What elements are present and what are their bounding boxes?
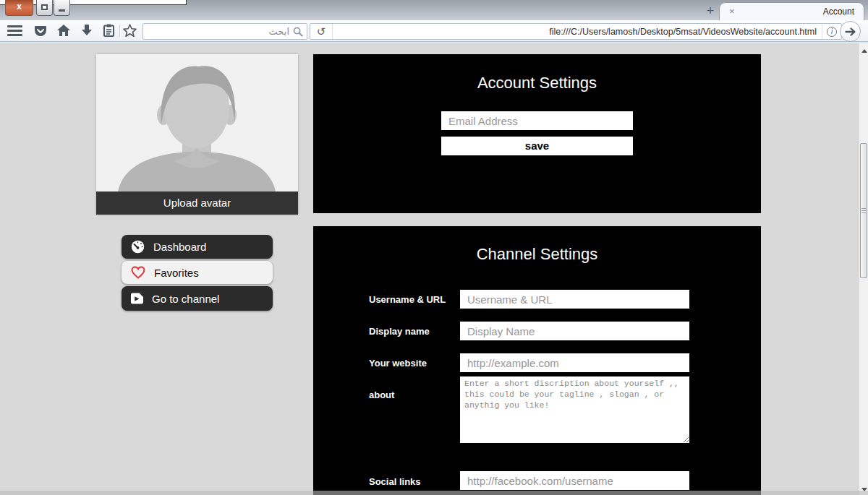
- sidebar-button-favorites[interactable]: Favorites: [122, 261, 273, 284]
- website-label: Your website: [369, 358, 427, 369]
- minimize-icon: [59, 9, 65, 12]
- sidebar-button-label: Dashboard: [153, 241, 206, 253]
- tab-account[interactable]: × Account: [719, 2, 864, 20]
- back-button[interactable]: [840, 21, 861, 42]
- screen-bottom-edge: [0, 491, 868, 495]
- home-icon[interactable]: [57, 25, 70, 36]
- new-tab-button[interactable]: +: [703, 4, 718, 18]
- vertical-scrollbar[interactable]: [859, 43, 868, 495]
- channel-settings-panel: Channel Settings Username & URL Display …: [313, 226, 761, 495]
- display-name-label: Display name: [369, 326, 430, 337]
- search-input[interactable]: [143, 24, 307, 39]
- account-settings-panel: Account Settings save: [313, 54, 761, 213]
- heart-icon: [131, 266, 145, 279]
- save-button[interactable]: save: [441, 137, 633, 155]
- sidebar-button-go-to-channel[interactable]: Go to channel: [122, 286, 273, 311]
- username-url-label: Username & URL: [369, 294, 446, 305]
- reload-icon[interactable]: ↺: [310, 24, 333, 39]
- toolbar-bottom-highlight: [0, 42, 868, 43]
- page-info-button[interactable]: i: [822, 24, 841, 39]
- avatar-card: Upload avatar: [96, 54, 298, 215]
- clipboard-icon[interactable]: [103, 24, 114, 37]
- tab-close-icon[interactable]: ×: [729, 6, 735, 17]
- search-icon[interactable]: [293, 27, 303, 37]
- pocket-icon[interactable]: [34, 25, 47, 38]
- info-icon: i: [827, 27, 837, 37]
- url-bar[interactable]: ↺ i: [310, 23, 842, 40]
- sidebar-button-label: Favorites: [154, 267, 199, 279]
- window-maximize-button[interactable]: [36, 0, 53, 16]
- about-textarea[interactable]: Enter a short discription about yourself…: [460, 376, 689, 443]
- search-box[interactable]: [142, 23, 307, 40]
- scrollbar-thumb[interactable]: [860, 143, 867, 278]
- url-input[interactable]: [333, 24, 822, 39]
- arrow-right-icon: [845, 27, 856, 36]
- email-address-input[interactable]: [441, 111, 633, 130]
- social-links-label: Social links: [369, 476, 421, 487]
- window-close-button[interactable]: x: [5, 0, 33, 16]
- gauge-icon: [131, 240, 145, 254]
- video-file-icon: [131, 293, 143, 304]
- maximize-icon: [41, 4, 48, 10]
- about-label: about: [369, 389, 394, 400]
- upload-avatar-button[interactable]: Upload avatar: [96, 191, 298, 215]
- download-icon[interactable]: [81, 25, 93, 36]
- thumb-grip-icon: [861, 208, 866, 215]
- account-settings-title: Account Settings: [313, 54, 761, 92]
- person-silhouette-icon: [96, 54, 298, 191]
- scroll-up-button[interactable]: [859, 45, 868, 56]
- channel-settings-title: Channel Settings: [313, 226, 761, 264]
- website-input[interactable]: [460, 353, 689, 372]
- display-name-input[interactable]: [460, 322, 689, 340]
- bookmark-star-icon[interactable]: [123, 24, 137, 37]
- avatar-placeholder-image: [96, 54, 298, 191]
- menu-hamburger-icon[interactable]: [7, 25, 22, 36]
- tab-title: Account: [823, 7, 854, 17]
- sidebar-button-dashboard[interactable]: Dashboard: [122, 235, 273, 259]
- window-minimize-button[interactable]: [54, 0, 70, 16]
- arrow-up-icon: [861, 49, 867, 53]
- social-links-input[interactable]: [460, 471, 689, 490]
- toolbar-separator: [119, 25, 120, 37]
- sidebar-button-label: Go to channel: [152, 293, 219, 305]
- username-url-input[interactable]: [460, 290, 689, 309]
